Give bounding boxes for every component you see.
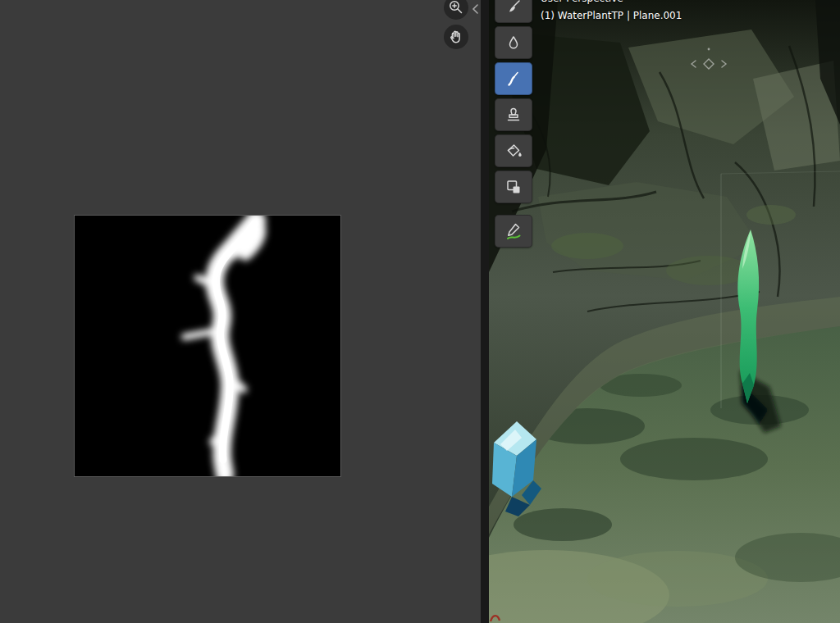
tool-draw-button[interactable] xyxy=(495,0,532,23)
zoom-in-icon xyxy=(447,0,465,16)
editor-divider[interactable] xyxy=(481,0,489,623)
chevron-left-icon xyxy=(471,3,479,15)
viewport-3d[interactable]: User Perspective (1) WaterPlantTP | Plan… xyxy=(489,0,840,623)
tool-mask-button[interactable] xyxy=(495,171,532,203)
active-object-label: (1) WaterPlantTP | Plane.001 xyxy=(541,10,682,21)
view-perspective-label: User Perspective xyxy=(541,0,682,4)
brush-icon xyxy=(504,0,523,16)
image-editor-panel xyxy=(0,0,482,623)
smear-icon xyxy=(504,70,523,88)
viewport-scene xyxy=(489,0,840,623)
tool-clone-button[interactable] xyxy=(495,98,532,131)
stamp-icon xyxy=(504,106,523,124)
tool-fill-button[interactable] xyxy=(495,134,532,167)
fill-bucket-icon xyxy=(504,142,523,160)
painted-stroke xyxy=(75,216,340,476)
collapse-region-button[interactable] xyxy=(469,2,481,16)
annotate-pencil-icon xyxy=(504,222,523,240)
zoom-button[interactable] xyxy=(444,0,468,20)
texture-paint-canvas[interactable] xyxy=(74,215,341,477)
pan-hand-icon xyxy=(447,28,465,46)
tool-soften-button[interactable] xyxy=(495,26,532,59)
tool-annotate-button[interactable] xyxy=(495,215,532,248)
paint-toolbar xyxy=(493,0,534,251)
mask-icon xyxy=(504,178,523,196)
droplet-icon xyxy=(504,34,523,52)
pan-button[interactable] xyxy=(444,25,468,49)
tool-smear-button[interactable] xyxy=(495,62,532,95)
viewport-header: User Perspective (1) WaterPlantTP | Plan… xyxy=(541,0,682,21)
